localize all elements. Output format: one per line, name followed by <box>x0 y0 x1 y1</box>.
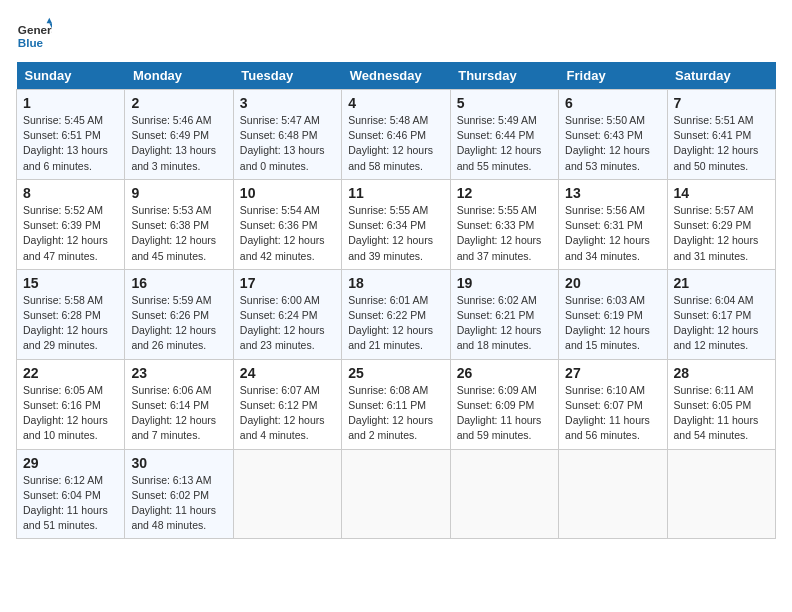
sunset-text: Sunset: 6:46 PM <box>348 129 426 141</box>
day-number: 12 <box>457 185 552 201</box>
sunrise-text: Sunrise: 6:05 AM <box>23 384 103 396</box>
sunset-text: Sunset: 6:44 PM <box>457 129 535 141</box>
day-number: 28 <box>674 365 769 381</box>
sunrise-text: Sunrise: 5:55 AM <box>348 204 428 216</box>
sunset-text: Sunset: 6:28 PM <box>23 309 101 321</box>
sunrise-text: Sunrise: 6:00 AM <box>240 294 320 306</box>
calendar-cell: 12 Sunrise: 5:55 AM Sunset: 6:33 PM Dayl… <box>450 179 558 269</box>
sunrise-text: Sunrise: 6:12 AM <box>23 474 103 486</box>
sunset-text: Sunset: 6:22 PM <box>348 309 426 321</box>
sunset-text: Sunset: 6:14 PM <box>131 399 209 411</box>
logo: General Blue <box>16 16 56 52</box>
sunset-text: Sunset: 6:24 PM <box>240 309 318 321</box>
day-number: 16 <box>131 275 226 291</box>
day-number: 17 <box>240 275 335 291</box>
calendar-cell: 26 Sunrise: 6:09 AM Sunset: 6:09 PM Dayl… <box>450 359 558 449</box>
sunset-text: Sunset: 6:17 PM <box>674 309 752 321</box>
daylight-text: Daylight: 12 hours and 45 minutes. <box>131 234 216 261</box>
calendar-cell: 17 Sunrise: 6:00 AM Sunset: 6:24 PM Dayl… <box>233 269 341 359</box>
sunset-text: Sunset: 6:38 PM <box>131 219 209 231</box>
day-number: 23 <box>131 365 226 381</box>
sunrise-text: Sunrise: 6:04 AM <box>674 294 754 306</box>
sunrise-text: Sunrise: 6:13 AM <box>131 474 211 486</box>
calendar-week-3: 15 Sunrise: 5:58 AM Sunset: 6:28 PM Dayl… <box>17 269 776 359</box>
sunset-text: Sunset: 6:48 PM <box>240 129 318 141</box>
calendar-cell: 2 Sunrise: 5:46 AM Sunset: 6:49 PM Dayli… <box>125 90 233 180</box>
sunset-text: Sunset: 6:09 PM <box>457 399 535 411</box>
sunrise-text: Sunrise: 6:06 AM <box>131 384 211 396</box>
sunrise-text: Sunrise: 6:10 AM <box>565 384 645 396</box>
daylight-text: Daylight: 12 hours and 34 minutes. <box>565 234 650 261</box>
daylight-text: Daylight: 11 hours and 54 minutes. <box>674 414 759 441</box>
day-number: 15 <box>23 275 118 291</box>
day-number: 13 <box>565 185 660 201</box>
sunrise-text: Sunrise: 6:01 AM <box>348 294 428 306</box>
day-number: 11 <box>348 185 443 201</box>
calendar-cell: 11 Sunrise: 5:55 AM Sunset: 6:34 PM Dayl… <box>342 179 450 269</box>
daylight-text: Daylight: 12 hours and 29 minutes. <box>23 324 108 351</box>
weekday-header-friday: Friday <box>559 62 667 90</box>
daylight-text: Daylight: 12 hours and 47 minutes. <box>23 234 108 261</box>
sunrise-text: Sunrise: 5:51 AM <box>674 114 754 126</box>
day-number: 19 <box>457 275 552 291</box>
daylight-text: Daylight: 11 hours and 56 minutes. <box>565 414 650 441</box>
sunset-text: Sunset: 6:21 PM <box>457 309 535 321</box>
day-number: 22 <box>23 365 118 381</box>
calendar-cell: 22 Sunrise: 6:05 AM Sunset: 6:16 PM Dayl… <box>17 359 125 449</box>
sunset-text: Sunset: 6:39 PM <box>23 219 101 231</box>
calendar-cell: 25 Sunrise: 6:08 AM Sunset: 6:11 PM Dayl… <box>342 359 450 449</box>
day-number: 25 <box>348 365 443 381</box>
daylight-text: Daylight: 12 hours and 4 minutes. <box>240 414 325 441</box>
sunset-text: Sunset: 6:16 PM <box>23 399 101 411</box>
calendar-cell: 7 Sunrise: 5:51 AM Sunset: 6:41 PM Dayli… <box>667 90 775 180</box>
daylight-text: Daylight: 12 hours and 58 minutes. <box>348 144 433 171</box>
daylight-text: Daylight: 13 hours and 3 minutes. <box>131 144 216 171</box>
daylight-text: Daylight: 13 hours and 6 minutes. <box>23 144 108 171</box>
calendar-cell: 18 Sunrise: 6:01 AM Sunset: 6:22 PM Dayl… <box>342 269 450 359</box>
sunset-text: Sunset: 6:43 PM <box>565 129 643 141</box>
weekday-header-tuesday: Tuesday <box>233 62 341 90</box>
calendar-cell: 19 Sunrise: 6:02 AM Sunset: 6:21 PM Dayl… <box>450 269 558 359</box>
daylight-text: Daylight: 12 hours and 12 minutes. <box>674 324 759 351</box>
calendar-cell: 29 Sunrise: 6:12 AM Sunset: 6:04 PM Dayl… <box>17 449 125 539</box>
weekday-header-wednesday: Wednesday <box>342 62 450 90</box>
calendar-table: SundayMondayTuesdayWednesdayThursdayFrid… <box>16 62 776 539</box>
day-number: 18 <box>348 275 443 291</box>
sunset-text: Sunset: 6:41 PM <box>674 129 752 141</box>
calendar-cell: 16 Sunrise: 5:59 AM Sunset: 6:26 PM Dayl… <box>125 269 233 359</box>
daylight-text: Daylight: 12 hours and 37 minutes. <box>457 234 542 261</box>
calendar-cell: 28 Sunrise: 6:11 AM Sunset: 6:05 PM Dayl… <box>667 359 775 449</box>
daylight-text: Daylight: 12 hours and 10 minutes. <box>23 414 108 441</box>
daylight-text: Daylight: 12 hours and 21 minutes. <box>348 324 433 351</box>
sunrise-text: Sunrise: 5:48 AM <box>348 114 428 126</box>
sunset-text: Sunset: 6:31 PM <box>565 219 643 231</box>
calendar-cell: 1 Sunrise: 5:45 AM Sunset: 6:51 PM Dayli… <box>17 90 125 180</box>
calendar-cell: 21 Sunrise: 6:04 AM Sunset: 6:17 PM Dayl… <box>667 269 775 359</box>
sunset-text: Sunset: 6:07 PM <box>565 399 643 411</box>
day-number: 14 <box>674 185 769 201</box>
calendar-cell: 24 Sunrise: 6:07 AM Sunset: 6:12 PM Dayl… <box>233 359 341 449</box>
sunset-text: Sunset: 6:02 PM <box>131 489 209 501</box>
sunrise-text: Sunrise: 6:09 AM <box>457 384 537 396</box>
sunrise-text: Sunrise: 6:03 AM <box>565 294 645 306</box>
daylight-text: Daylight: 12 hours and 31 minutes. <box>674 234 759 261</box>
sunset-text: Sunset: 6:29 PM <box>674 219 752 231</box>
sunrise-text: Sunrise: 5:55 AM <box>457 204 537 216</box>
daylight-text: Daylight: 12 hours and 42 minutes. <box>240 234 325 261</box>
sunrise-text: Sunrise: 6:07 AM <box>240 384 320 396</box>
calendar-cell: 4 Sunrise: 5:48 AM Sunset: 6:46 PM Dayli… <box>342 90 450 180</box>
calendar-week-4: 22 Sunrise: 6:05 AM Sunset: 6:16 PM Dayl… <box>17 359 776 449</box>
sunset-text: Sunset: 6:12 PM <box>240 399 318 411</box>
sunset-text: Sunset: 6:05 PM <box>674 399 752 411</box>
calendar-cell: 30 Sunrise: 6:13 AM Sunset: 6:02 PM Dayl… <box>125 449 233 539</box>
daylight-text: Daylight: 13 hours and 0 minutes. <box>240 144 325 171</box>
svg-marker-2 <box>47 18 52 23</box>
calendar-cell: 10 Sunrise: 5:54 AM Sunset: 6:36 PM Dayl… <box>233 179 341 269</box>
day-number: 1 <box>23 95 118 111</box>
sunrise-text: Sunrise: 6:08 AM <box>348 384 428 396</box>
sunrise-text: Sunrise: 5:50 AM <box>565 114 645 126</box>
day-number: 20 <box>565 275 660 291</box>
weekday-header-row: SundayMondayTuesdayWednesdayThursdayFrid… <box>17 62 776 90</box>
sunrise-text: Sunrise: 5:49 AM <box>457 114 537 126</box>
day-number: 26 <box>457 365 552 381</box>
